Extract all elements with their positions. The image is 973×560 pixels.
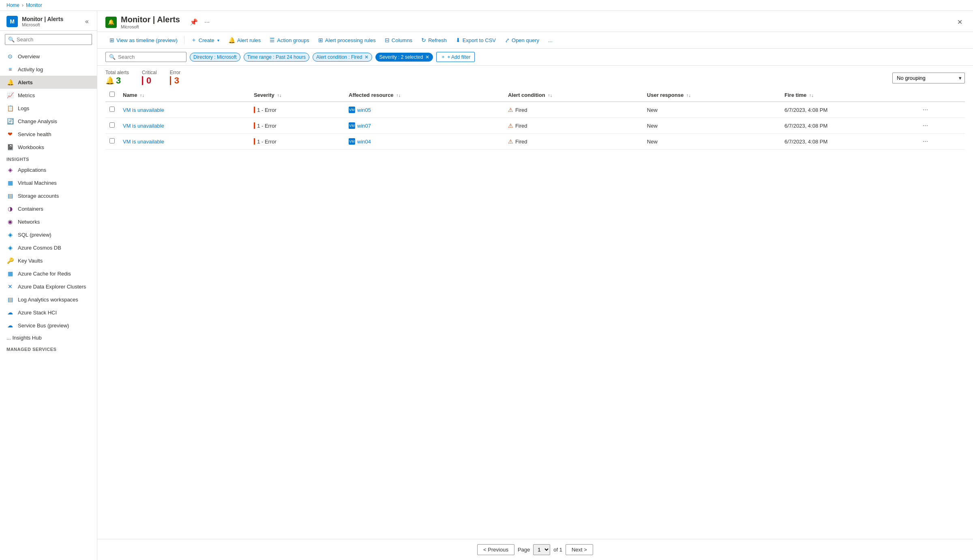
filter-alert-condition-tag[interactable]: Alert condition : Fired ✕	[313, 53, 372, 62]
sidebar-item-alerts[interactable]: 🔔 Alerts	[0, 76, 97, 89]
view-timeline-button[interactable]: ⊞ View as timeline (preview)	[105, 35, 182, 45]
sidebar-search-input[interactable]	[5, 34, 92, 45]
more-options-button[interactable]: ···	[202, 17, 212, 28]
select-all-checkbox[interactable]	[109, 92, 115, 97]
sidebar-item-log-analytics[interactable]: ▤ Log Analytics workspaces	[0, 293, 97, 306]
toolbar-separator-1	[184, 36, 184, 44]
cosmos-icon: ◈	[6, 244, 14, 251]
affected-resource-sort-icon[interactable]: ↑↓	[396, 93, 401, 98]
alert-processing-rules-button[interactable]: ⊞ Alert processing rules	[314, 35, 380, 45]
sidebar-item-overview-label: Overview	[18, 53, 40, 60]
sidebar-item-redis[interactable]: ▦ Azure Cache for Redis	[0, 267, 97, 280]
export-csv-button[interactable]: ⬇ Export to CSV	[452, 35, 500, 45]
sidebar-item-overview[interactable]: ⊙ Overview	[0, 50, 97, 63]
sidebar-item-stack-hci-label: Azure Stack HCI	[18, 310, 57, 316]
table-header-severity[interactable]: Severity ↑↓	[250, 88, 345, 102]
sidebar-item-service-health[interactable]: ❤ Service health	[0, 128, 97, 141]
sidebar-item-insights-hub[interactable]: ... Insights Hub	[0, 332, 97, 344]
user-response-value-1: New	[647, 123, 658, 129]
user-response-value-0: New	[647, 107, 658, 113]
alert-condition-value-2: Fired	[515, 139, 527, 145]
create-button[interactable]: ＋ Create ▾	[187, 34, 223, 46]
sidebar-item-sql-preview[interactable]: ◈ SQL (preview)	[0, 228, 97, 241]
virtual-machines-icon: ▦	[6, 179, 14, 186]
filter-severity-close[interactable]: ✕	[425, 54, 429, 60]
metrics-icon: 📈	[6, 92, 14, 99]
filter-severity-tag[interactable]: Severity : 2 selected ✕	[375, 53, 433, 62]
add-filter-button[interactable]: ＋ + Add filter	[436, 52, 475, 62]
row-name-link-1[interactable]: VM is unavailable	[123, 123, 164, 129]
row-name-link-0[interactable]: VM is unavailable	[123, 107, 164, 113]
table-header-alert-condition[interactable]: Alert condition ↑↓	[504, 88, 643, 102]
alert-rules-button[interactable]: 🔔 Alert rules	[224, 35, 265, 45]
row-resource-link-2[interactable]: VM win04	[349, 138, 500, 145]
row-name-link-2[interactable]: VM is unavailable	[123, 139, 164, 145]
filter-search-input[interactable]	[118, 54, 175, 60]
table-header-affected-resource[interactable]: Affected resource ↑↓	[345, 88, 504, 102]
row-more-button-1[interactable]: ···	[920, 121, 930, 130]
sql-icon: ◈	[6, 231, 14, 238]
filter-alert-condition-close[interactable]: ✕	[364, 54, 369, 60]
sidebar-item-workbooks[interactable]: 📓 Workbooks	[0, 141, 97, 154]
table-header-name[interactable]: Name ↑↓	[119, 88, 250, 102]
total-alerts-value: 🔔 3	[105, 75, 129, 86]
row-more-button-2[interactable]: ···	[920, 137, 930, 146]
alert-rules-icon: 🔔	[228, 37, 235, 43]
open-query-button[interactable]: ⤤ Open query	[501, 35, 543, 45]
fire-time-sort-icon[interactable]: ↑↓	[809, 93, 814, 98]
sidebar-item-data-explorer[interactable]: ✕ Azure Data Explorer Clusters	[0, 280, 97, 293]
sidebar-item-service-bus[interactable]: ☁ Service Bus (preview)	[0, 319, 97, 332]
sidebar-item-cosmos-label: Azure Cosmos DB	[18, 245, 61, 251]
sidebar-collapse-button[interactable]: «	[84, 16, 90, 27]
filter-search-box[interactable]: 🔍	[105, 52, 186, 62]
previous-page-button[interactable]: < Previous	[477, 544, 514, 555]
alert-processing-icon: ⊞	[318, 37, 323, 43]
alert-condition-sort-icon[interactable]: ↑↓	[548, 93, 552, 98]
columns-button[interactable]: ⊟ Columns	[381, 35, 416, 45]
next-page-button[interactable]: Next >	[566, 544, 593, 555]
toolbar-more-button[interactable]: ...	[544, 35, 557, 45]
sidebar-item-logs[interactable]: 📋 Logs	[0, 102, 97, 115]
page-number-select[interactable]: 1	[533, 544, 550, 555]
breadcrumb-monitor[interactable]: Monitor	[26, 2, 42, 8]
row-resource-link-1[interactable]: VM win07	[349, 122, 500, 129]
close-button[interactable]: ✕	[955, 17, 965, 28]
sidebar-item-applications[interactable]: ◈ Applications	[0, 163, 97, 176]
sidebar-item-key-vaults[interactable]: 🔑 Key Vaults	[0, 254, 97, 267]
pin-button[interactable]: 📌	[187, 17, 200, 28]
user-response-sort-icon[interactable]: ↑↓	[686, 93, 691, 98]
row-checkbox-1[interactable]	[109, 122, 115, 128]
sidebar-item-cosmos-db[interactable]: ◈ Azure Cosmos DB	[0, 241, 97, 254]
sidebar-item-virtual-machines[interactable]: ▦ Virtual Machines	[0, 176, 97, 189]
row-checkbox-0[interactable]	[109, 107, 115, 112]
sidebar-item-stack-hci[interactable]: ☁ Azure Stack HCI	[0, 306, 97, 319]
table-row: VM is unavailable 1 - Error VM win05 ⚠ F…	[105, 102, 965, 118]
sidebar-item-containers[interactable]: ◑ Containers	[0, 202, 97, 215]
filter-time-range-tag[interactable]: Time range : Past 24 hours	[244, 53, 309, 62]
sidebar-item-metrics[interactable]: 📈 Metrics	[0, 89, 97, 102]
sidebar-item-networks[interactable]: ◉ Networks	[0, 215, 97, 228]
table-header-fire-time[interactable]: Fire time ↑↓	[780, 88, 916, 102]
severity-sort-icon[interactable]: ↑↓	[277, 93, 281, 98]
columns-icon: ⊟	[385, 37, 390, 43]
refresh-button[interactable]: ↻ Refresh	[417, 35, 451, 45]
page-logo-icon: 🔔	[108, 19, 114, 25]
row-checkbox-2[interactable]	[109, 138, 115, 143]
row-resource-link-0[interactable]: VM win05	[349, 107, 500, 113]
table-header-user-response[interactable]: User response ↑↓	[643, 88, 780, 102]
grouping-select-input[interactable]: No grouping Group by resource Group by s…	[892, 73, 965, 83]
sidebar-subtitle: Microsoft	[22, 22, 63, 27]
breadcrumb-home[interactable]: Home	[6, 2, 19, 8]
sidebar-item-change-analysis[interactable]: 🔄 Change Analysis	[0, 115, 97, 128]
action-groups-button[interactable]: ☰ Action groups	[266, 35, 313, 45]
alerts-table: Name ↑↓ Severity ↑↓ Affected resource ↑↓	[105, 88, 965, 150]
sidebar-item-activity-log[interactable]: ≡ Activity log	[0, 63, 97, 76]
sidebar-item-logs-label: Logs	[18, 105, 29, 111]
sidebar-item-storage-accounts[interactable]: ▤ Storage accounts	[0, 189, 97, 202]
filter-search-icon: 🔍	[109, 54, 116, 60]
stats-bar: Total alerts 🔔 3 Critical 0 Error 3	[97, 66, 973, 88]
filter-directory-tag[interactable]: Directory : Microsoft	[190, 53, 240, 62]
name-sort-icon[interactable]: ↑↓	[140, 93, 144, 98]
sidebar-item-activity-log-label: Activity log	[18, 66, 43, 73]
row-more-button-0[interactable]: ···	[920, 105, 930, 114]
